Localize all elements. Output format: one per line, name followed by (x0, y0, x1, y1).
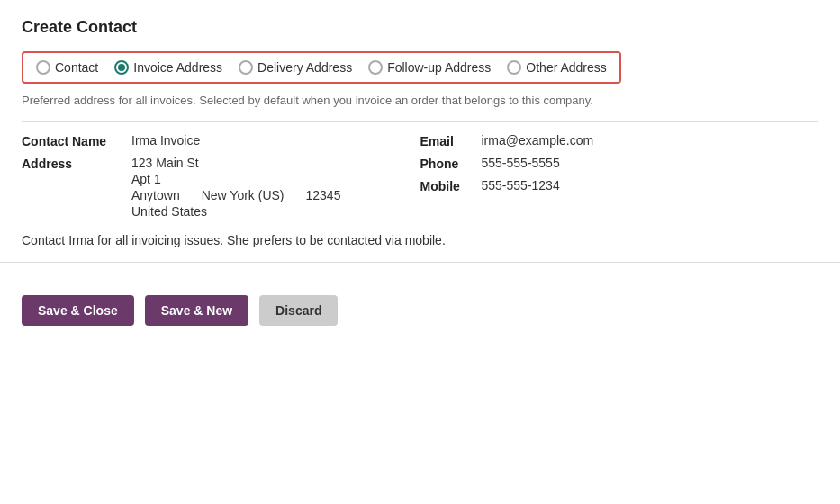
address-type-radio-group: Contact Invoice Address Delivery Address… (22, 51, 621, 84)
page-title: Create Contact (22, 18, 818, 37)
radio-other-address[interactable] (507, 60, 521, 75)
create-contact-page: Create Contact Contact Invoice Address D… (0, 0, 840, 344)
mobile-row: Mobile 555-555-1234 (420, 178, 819, 194)
contact-name-value: Irma Invoice (131, 133, 420, 148)
address-city-row: Anytown New York (US) 12345 (131, 188, 340, 202)
email-value: irma@example.com (482, 133, 819, 148)
radio-option-contact[interactable]: Contact (36, 60, 98, 75)
email-label: Email (420, 133, 474, 148)
footer: Save & Close Save & New Discard (22, 279, 818, 326)
address-line1: 123 Main St (131, 156, 340, 170)
radio-contact-label: Contact (55, 60, 98, 75)
mobile-value: 555-555-1234 (482, 178, 819, 193)
contact-name-row: Contact Name Irma Invoice (22, 133, 420, 148)
divider-top (22, 122, 818, 122)
radio-delivery-address[interactable] (239, 60, 253, 75)
address-country: United States (131, 204, 340, 219)
radio-invoice-address-label: Invoice Address (133, 60, 222, 75)
notes-section: Contact Irma for all invoicing issues. S… (22, 233, 818, 248)
phone-value: 555-555-5555 (482, 156, 819, 170)
address-block: 123 Main St Apt 1 Anytown New York (US) … (131, 156, 340, 219)
contact-name-label: Contact Name (22, 133, 121, 148)
save-close-button[interactable]: Save & Close (22, 295, 134, 326)
discard-button[interactable]: Discard (259, 295, 338, 326)
address-row: Address 123 Main St Apt 1 Anytown New Yo… (22, 156, 420, 219)
radio-option-delivery-address[interactable]: Delivery Address (239, 60, 352, 75)
form-section: Contact Name Irma Invoice Address 123 Ma… (22, 133, 818, 219)
address-state: New York (US) (202, 188, 285, 202)
radio-other-address-label: Other Address (526, 60, 607, 75)
footer-divider (0, 262, 840, 263)
radio-option-invoice-address[interactable]: Invoice Address (114, 60, 222, 75)
left-column: Contact Name Irma Invoice Address 123 Ma… (22, 133, 420, 219)
save-new-button[interactable]: Save & New (145, 295, 248, 326)
phone-label: Phone (420, 156, 474, 171)
mobile-label: Mobile (420, 178, 474, 194)
address-city: Anytown (131, 188, 180, 202)
phone-row: Phone 555-555-5555 (420, 156, 819, 171)
radio-contact[interactable] (36, 60, 50, 75)
radio-invoice-address[interactable] (114, 60, 129, 75)
radio-followup-address-label: Follow-up Address (387, 60, 491, 75)
radio-option-followup-address[interactable]: Follow-up Address (368, 60, 491, 75)
address-label: Address (22, 156, 121, 171)
email-row: Email irma@example.com (420, 133, 819, 148)
address-zip: 12345 (306, 188, 341, 202)
address-line2: Apt 1 (131, 172, 340, 186)
radio-delivery-address-label: Delivery Address (257, 60, 352, 75)
right-column: Email irma@example.com Phone 555-555-555… (420, 133, 819, 219)
radio-option-other-address[interactable]: Other Address (507, 60, 607, 75)
subtitle-text: Preferred address for all invoices. Sele… (22, 93, 818, 109)
radio-followup-address[interactable] (368, 60, 383, 75)
